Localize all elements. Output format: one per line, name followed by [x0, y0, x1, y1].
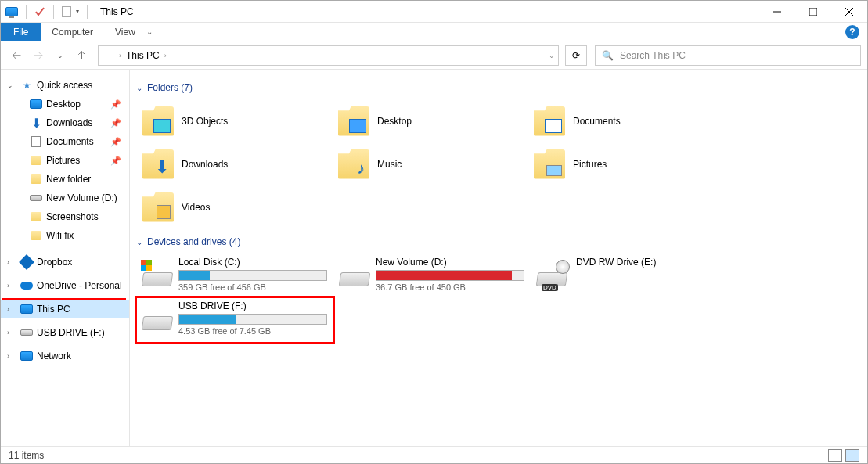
overlay-icon [545, 119, 562, 133]
qat-dropdown[interactable]: ▾ [76, 8, 79, 15]
chevron-down-icon[interactable]: ⌄ [7, 81, 16, 89]
folder-label: Desktop [377, 116, 412, 127]
drive-free-text: 36.7 GB free of 450 GB [376, 282, 524, 292]
properties-icon[interactable] [34, 6, 45, 17]
window-title: This PC [100, 6, 134, 17]
recent-dropdown[interactable]: ⌄ [51, 46, 70, 65]
folder-label: 3D Objects [182, 116, 228, 127]
window-controls [759, 1, 867, 23]
download-icon: ⬇ [155, 157, 169, 178]
sidebar-item-screenshots[interactable]: Screenshots [1, 207, 129, 226]
chevron-right-icon[interactable]: › [119, 52, 121, 59]
sidebar-label: Dropbox [37, 257, 72, 268]
titlebar: ▾ This PC [1, 1, 867, 23]
separator [87, 5, 88, 19]
sidebar-item-new-folder[interactable]: New folder [1, 170, 129, 189]
sidebar-item-desktop[interactable]: Desktop📌 [1, 95, 129, 113]
folder-item[interactable]: Desktop [332, 99, 528, 142]
drive-item[interactable]: DVDDVD RW Drive (E:) [531, 254, 728, 297]
folder-item[interactable]: Documents [528, 99, 723, 142]
music-icon: ♪ [357, 160, 365, 178]
folder-icon [31, 212, 41, 221]
sidebar-item-documents[interactable]: Documents📌 [1, 132, 129, 151]
sidebar-item-label: Screenshots [46, 211, 99, 222]
separator [53, 5, 54, 19]
group-header-drives[interactable]: ⌄ Devices and drives (4) [136, 236, 855, 247]
sidebar-item-network[interactable]: › Network [1, 347, 129, 365]
search-box[interactable]: 🔍 Search This PC [595, 45, 861, 66]
search-placeholder: Search This PC [620, 50, 686, 61]
capacity-bar [178, 270, 327, 281]
folder-item[interactable]: Videos [136, 185, 332, 228]
disc-icon [556, 260, 570, 274]
chevron-down-icon[interactable]: ⌄ [136, 238, 142, 246]
chevron-right-icon[interactable]: › [7, 329, 16, 336]
cloud-icon [20, 282, 33, 290]
group-title: Folders (7) [147, 82, 193, 93]
address-bar[interactable]: › This PC › ⌄ [98, 45, 559, 66]
chevron-right-icon[interactable]: › [7, 305, 16, 313]
desktop-icon [30, 99, 42, 109]
chevron-right-icon[interactable]: › [7, 258, 16, 266]
view-mode-icons [828, 449, 859, 462]
details-view-button[interactable] [828, 449, 842, 462]
drive-free-text: 359 GB free of 456 GB [178, 282, 327, 292]
computer-tab[interactable]: Computer [41, 23, 104, 41]
drive-icon [20, 329, 33, 336]
folder-item[interactable]: ⬇Downloads [136, 142, 332, 185]
sidebar-item-label: New folder [46, 174, 91, 185]
sidebar-item-label: Documents [46, 136, 94, 147]
windows-icon [141, 260, 152, 271]
minimize-button[interactable] [759, 1, 795, 23]
group-header-folders[interactable]: ⌄ Folders (7) [136, 82, 855, 93]
sidebar-item-wifi-fix[interactable]: Wifi fix [1, 226, 129, 245]
view-tab[interactable]: View [104, 23, 146, 41]
folder-icon: ♪ [338, 149, 369, 179]
sidebar-label: USB DRIVE (F:) [37, 327, 105, 338]
folder-item[interactable]: ♪Music [332, 142, 528, 185]
sidebar-label: This PC [37, 304, 70, 315]
svg-rect-1 [809, 8, 817, 16]
chevron-down-icon[interactable]: ⌄ [136, 84, 142, 92]
video-icon [157, 205, 171, 219]
large-icons-view-button[interactable] [845, 449, 859, 462]
sidebar-item-this-pc[interactable]: › This PC [1, 300, 129, 318]
back-button[interactable]: 🡠 [7, 46, 26, 65]
chevron-right-icon[interactable]: › [7, 282, 16, 290]
refresh-button[interactable]: ⟳ [565, 45, 587, 66]
drive-item[interactable]: Local Disk (C:)359 GB free of 456 GB [136, 254, 333, 297]
sidebar-item-pictures[interactable]: Pictures📌 [1, 151, 129, 170]
chevron-right-icon[interactable]: › [7, 352, 16, 360]
doc-icon[interactable] [62, 6, 71, 17]
folder-item[interactable]: Pictures [528, 142, 723, 185]
quick-access-toolbar: ▾ This PC [5, 5, 134, 19]
ribbon-tabs: File Computer View ⌄ ? [1, 23, 867, 41]
close-button[interactable] [831, 1, 867, 23]
sidebar-item-quick-access[interactable]: ⌄ ★ Quick access [1, 76, 129, 95]
sidebar-item-downloads[interactable]: ⬇Downloads📌 [1, 113, 129, 132]
maximize-button[interactable] [795, 1, 831, 23]
up-button[interactable]: 🡡 [73, 46, 92, 65]
folder-item[interactable]: 3D Objects [136, 99, 332, 142]
sidebar-item-label: Downloads [46, 117, 92, 128]
folder-icon [31, 174, 41, 184]
search-icon: 🔍 [602, 50, 614, 61]
pin-icon: 📌 [110, 137, 121, 147]
breadcrumb-location[interactable]: This PC [126, 50, 160, 61]
drive-name: DVD RW Drive (E:) [576, 257, 722, 268]
forward-button[interactable]: 🡢 [29, 46, 48, 65]
help-button[interactable]: ? [845, 25, 859, 39]
sidebar-item-new-volume-d-[interactable]: New Volume (D:) [1, 189, 129, 207]
folder-icon [338, 106, 369, 136]
chevron-right-icon[interactable]: › [164, 52, 167, 59]
pc-icon[interactable] [5, 7, 18, 16]
file-tab[interactable]: File [1, 23, 41, 41]
drive-item[interactable]: New Volume (D:)36.7 GB free of 450 GB [333, 254, 531, 297]
sidebar-item-usb-drive[interactable]: › USB DRIVE (F:) [1, 323, 129, 342]
address-dropdown[interactable]: ⌄ [549, 52, 555, 59]
sidebar-item-dropbox[interactable]: › Dropbox [1, 253, 129, 272]
overlay-icon [153, 119, 171, 133]
ribbon-expand-caret[interactable]: ⌄ [146, 27, 153, 36]
sidebar-item-onedrive[interactable]: › OneDrive - Personal [1, 276, 129, 295]
pictures-icon [31, 156, 41, 165]
